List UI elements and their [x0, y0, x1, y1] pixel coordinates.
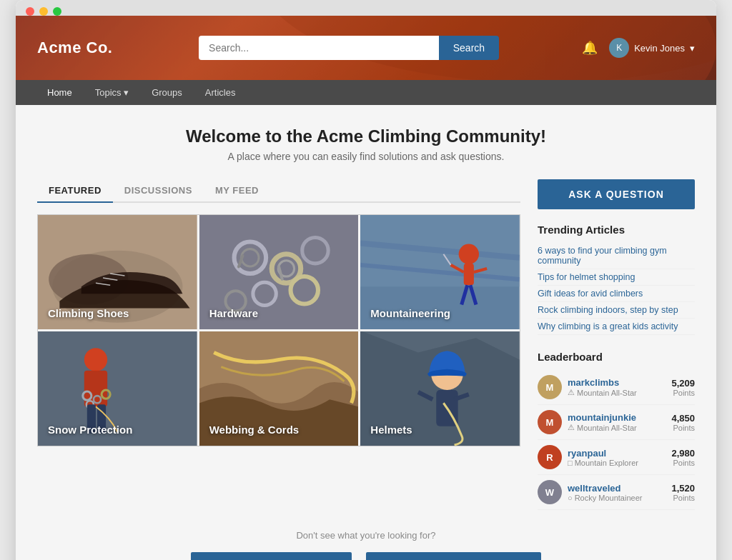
grid-item-snow-protection[interactable]: Snow Protection: [38, 331, 197, 446]
logo: Acme Co.: [37, 39, 116, 57]
bottom-section: Don't see what you're looking for? ASK A…: [37, 510, 695, 560]
trending-item-2[interactable]: Gift ideas for avid climbers: [538, 286, 695, 302]
nav-bar: Home Topics ▾ Groups Articles: [16, 80, 716, 105]
contact-support-button[interactable]: CONTACT SUPPORT: [366, 552, 540, 560]
ask-question-sidebar-button[interactable]: ASK A QUESTION: [538, 179, 695, 209]
badge-icon-1: ⚠: [568, 423, 575, 432]
main-content: Welcome to the Acme Climbing Community! …: [16, 105, 716, 560]
user-name: Kevin Jones: [634, 43, 685, 54]
leaderboard-list: M markclimbs ⚠ Mountain All-Star 5,209 P…: [538, 370, 695, 510]
svg-point-21: [459, 244, 479, 264]
leader-points-3: 1,520 Points: [671, 483, 695, 502]
leader-row-2: R ryanpaul □ Mountain Explorer 2,980 Poi…: [538, 440, 695, 475]
leader-row-3: W welltraveled ○ Rocky Mountaineer 1,520…: [538, 475, 695, 510]
trending-list: 6 ways to find your climbing gym communi…: [538, 243, 695, 335]
leader-info-1: mountainjunkie ⚠ Mountain All-Star: [568, 412, 666, 432]
badge-icon-2: □: [568, 459, 573, 467]
tab-featured[interactable]: FEATURED: [37, 179, 113, 203]
grid-label-mountaineering: Mountaineering: [370, 307, 450, 319]
tab-my-feed[interactable]: MY FEED: [204, 179, 270, 203]
grid-label-hardware: Hardware: [209, 307, 258, 319]
bottom-buttons: ASK A QUESTION CONTACT SUPPORT: [37, 552, 695, 560]
leader-info-0: markclimbs ⚠ Mountain All-Star: [568, 377, 666, 397]
leader-avatar-3: W: [538, 480, 562, 504]
grid-item-webbing-cords[interactable]: Webbing & Cords: [199, 331, 359, 446]
content-layout: FEATURED DISCUSSIONS MY FEED: [37, 179, 695, 510]
grid-label-webbing-cords: Webbing & Cords: [209, 424, 300, 436]
ask-question-bottom-button[interactable]: ASK A QUESTION: [191, 552, 352, 560]
trending-title: Trending Articles: [538, 224, 695, 236]
page-subtitle: A place where you can easily find soluti…: [37, 151, 695, 162]
leader-points-1: 4,850 Points: [671, 413, 695, 432]
expand-dot[interactable]: [53, 7, 61, 16]
badge-icon-0: ⚠: [568, 388, 575, 397]
grid-item-mountaineering[interactable]: Mountaineering: [360, 215, 520, 329]
close-dot[interactable]: [26, 7, 34, 16]
sidebar: ASK A QUESTION Trending Articles 6 ways …: [538, 179, 695, 510]
nav-home[interactable]: Home: [37, 80, 82, 105]
badge-icon-3: ○: [568, 494, 573, 502]
header-actions: 🔔 K Kevin Jones ▾: [582, 38, 695, 58]
search-bar: Search: [199, 36, 499, 60]
search-input[interactable]: [199, 36, 439, 60]
grid-label-snow-protection: Snow Protection: [48, 424, 132, 436]
page-title: Welcome to the Acme Climbing Community!: [37, 126, 695, 146]
leaderboard-title: Leaderboard: [538, 351, 695, 363]
leader-name-2[interactable]: ryanpaul: [568, 448, 666, 459]
featured-grid: Climbing Shoes: [37, 214, 520, 446]
leader-row-1: M mountainjunkie ⚠ Mountain All-Star 4,8…: [538, 405, 695, 440]
notification-bell-icon[interactable]: 🔔: [582, 40, 598, 56]
leader-name-3[interactable]: welltraveled: [568, 483, 666, 494]
grid-item-hardware[interactable]: Hardware: [199, 215, 359, 329]
leader-avatar-0: M: [538, 375, 562, 399]
browser-window: Acme Co. Search 🔔 K Kevin Jones ▾ Home T…: [16, 0, 716, 560]
leader-info-2: ryanpaul □ Mountain Explorer: [568, 448, 666, 467]
leader-points-2: 2,980 Points: [671, 448, 695, 467]
grid-label-shoes: Climbing Shoes: [48, 307, 129, 319]
search-button[interactable]: Search: [439, 36, 499, 60]
leader-avatar-1: M: [538, 410, 562, 434]
svg-point-29: [84, 348, 107, 371]
page-header: Welcome to the Acme Climbing Community! …: [37, 126, 695, 162]
hero-header: Acme Co. Search 🔔 K Kevin Jones ▾: [16, 16, 716, 80]
nav-topics[interactable]: Topics ▾: [85, 80, 139, 105]
tabs: FEATURED DISCUSSIONS MY FEED: [37, 179, 520, 203]
user-menu[interactable]: K Kevin Jones ▾: [609, 38, 695, 58]
leader-badge-2: □ Mountain Explorer: [568, 459, 666, 467]
leader-info-3: welltraveled ○ Rocky Mountaineer: [568, 483, 666, 502]
leader-points-0: 5,209 Points: [671, 378, 695, 397]
minimize-dot[interactable]: [39, 7, 48, 16]
trending-item-3[interactable]: Rock climbing indoors, step by step: [538, 302, 695, 319]
leader-badge-0: ⚠ Mountain All-Star: [568, 388, 666, 397]
nav-articles[interactable]: Articles: [195, 80, 246, 105]
grid-item-climbing-shoes[interactable]: Climbing Shoes: [38, 215, 197, 329]
trending-item-0[interactable]: 6 ways to find your climbing gym communi…: [538, 243, 695, 269]
trending-item-1[interactable]: Tips for helmet shopping: [538, 269, 695, 286]
leader-badge-1: ⚠ Mountain All-Star: [568, 423, 666, 432]
grid-label-helmets: Helmets: [370, 424, 412, 436]
leader-name-1[interactable]: mountainjunkie: [568, 412, 666, 423]
grid-item-helmets[interactable]: Helmets: [360, 331, 520, 446]
chevron-down-icon: ▾: [690, 43, 695, 54]
avatar: K: [609, 38, 629, 58]
browser-chrome: [16, 0, 716, 16]
leader-row-0: M markclimbs ⚠ Mountain All-Star 5,209 P…: [538, 370, 695, 405]
bottom-hint: Don't see what you're looking for?: [37, 530, 695, 541]
tab-discussions[interactable]: DISCUSSIONS: [113, 179, 204, 203]
leader-avatar-2: R: [538, 445, 562, 469]
main-column: FEATURED DISCUSSIONS MY FEED: [37, 179, 520, 446]
trending-item-4[interactable]: Why climbing is a great kids activity: [538, 319, 695, 335]
leader-name-0[interactable]: markclimbs: [568, 377, 666, 388]
svg-rect-22: [464, 264, 474, 285]
nav-groups[interactable]: Groups: [142, 80, 192, 105]
leader-badge-3: ○ Rocky Mountaineer: [568, 494, 666, 502]
